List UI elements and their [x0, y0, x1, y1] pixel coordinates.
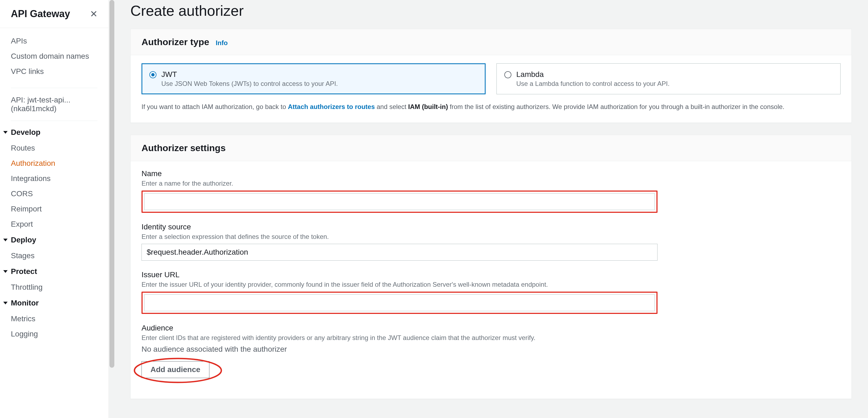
close-icon[interactable]: ✕ [90, 9, 97, 19]
radio-icon [504, 71, 512, 78]
sidebar-section-protect[interactable]: Protect [0, 263, 108, 280]
highlight-issuer [142, 292, 657, 314]
input-identity-source[interactable] [142, 244, 657, 261]
label-issuer-url: Issuer URL [142, 270, 657, 279]
annotation-circle: Add audience [142, 361, 209, 378]
api-context-id: (nka6l1mckd) [11, 104, 97, 113]
caret-down-icon [3, 270, 8, 273]
label-name: Name [142, 169, 657, 178]
panel-title-authorizer-type: Authorizer type [142, 37, 209, 47]
caret-down-icon [3, 131, 8, 134]
panel-title-authorizer-settings: Authorizer settings [142, 143, 226, 153]
highlight-name [142, 190, 657, 213]
sidebar-item-reimport[interactable]: Reimport [0, 201, 108, 217]
sidebar-item-export[interactable]: Export [0, 217, 108, 232]
add-audience-button[interactable]: Add audience [142, 361, 209, 378]
radio-label-jwt: JWT [161, 70, 338, 79]
sidebar-item-metrics[interactable]: Metrics [0, 311, 108, 326]
radio-desc-jwt: Use JSON Web Tokens (JWTs) to control ac… [161, 80, 338, 88]
main-content: Create authorizer Authorizer type Info J… [108, 0, 868, 418]
sidebar-item-authorization[interactable]: Authorization [0, 156, 108, 171]
sidebar-item-logging[interactable]: Logging [0, 326, 108, 341]
sidebar-item-routes[interactable]: Routes [0, 141, 108, 156]
input-issuer-url[interactable] [144, 294, 655, 311]
attach-authorizers-link[interactable]: Attach authorizers to routes [288, 103, 375, 110]
sidebar: API Gateway ✕ APIs Custom domain names V… [0, 0, 108, 418]
iam-note: If you want to attach IAM authorization,… [142, 102, 841, 112]
sidebar-item-custom-domains[interactable]: Custom domain names [0, 49, 108, 64]
info-link[interactable]: Info [216, 39, 227, 47]
desc-audience: Enter client IDs that are registered wit… [142, 334, 657, 341]
sidebar-item-cors[interactable]: CORS [0, 186, 108, 201]
panel-authorizer-settings: Authorizer settings Name Enter a name fo… [130, 135, 852, 399]
api-context: API: jwt-test-api... (nka6l1mckd) [0, 91, 108, 117]
sidebar-section-deploy[interactable]: Deploy [0, 232, 108, 248]
sidebar-item-stages[interactable]: Stages [0, 248, 108, 263]
radio-icon [149, 71, 156, 78]
desc-issuer-url: Enter the issuer URL of your identity pr… [142, 281, 657, 288]
radio-card-jwt[interactable]: JWT Use JSON Web Tokens (JWTs) to contro… [142, 63, 486, 94]
caret-down-icon [3, 239, 8, 241]
sidebar-item-integrations[interactable]: Integrations [0, 171, 108, 186]
sidebar-item-throttling[interactable]: Throttling [0, 280, 108, 295]
api-context-name: API: jwt-test-api... [11, 96, 97, 104]
sidebar-scrollbar[interactable] [108, 0, 116, 418]
radio-label-lambda: Lambda [516, 70, 670, 79]
label-identity-source: Identity source [142, 222, 657, 231]
sidebar-section-monitor[interactable]: Monitor [0, 295, 108, 311]
sidebar-section-develop[interactable]: Develop [0, 124, 108, 141]
input-name[interactable] [144, 193, 655, 210]
label-audience: Audience [142, 324, 657, 332]
caret-down-icon [3, 302, 8, 304]
audience-empty-text: No audience associated with the authoriz… [142, 345, 657, 354]
desc-identity-source: Enter a selection expression that define… [142, 233, 657, 241]
sidebar-item-vpc-links[interactable]: VPC links [0, 64, 108, 79]
panel-authorizer-type: Authorizer type Info JWT Use JSON Web To… [130, 29, 852, 123]
radio-card-lambda[interactable]: Lambda Use a Lambda function to control … [496, 63, 841, 94]
service-title: API Gateway [11, 8, 70, 20]
sidebar-item-apis[interactable]: APIs [0, 33, 108, 49]
page-title: Create authorizer [130, 2, 852, 19]
desc-name: Enter a name for the authorizer. [142, 180, 657, 187]
radio-desc-lambda: Use a Lambda function to control access … [516, 80, 670, 88]
